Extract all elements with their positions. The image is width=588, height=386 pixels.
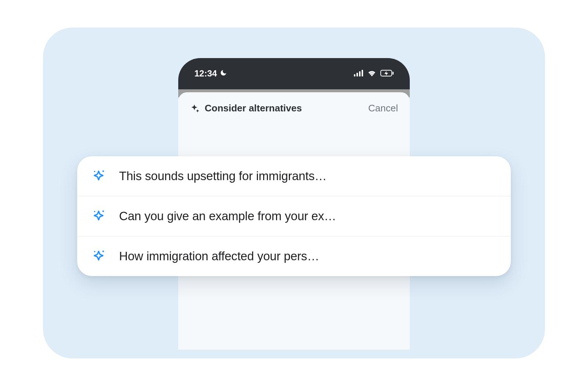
svg-rect-2 — [359, 71, 361, 76]
sparkle-icon — [92, 169, 107, 183]
svg-point-10 — [103, 251, 104, 252]
suggestions-popover: This sounds upsetting for immigrants… Ca… — [77, 156, 511, 276]
canvas-frame: 12:34 — [43, 28, 545, 358]
svg-point-11 — [94, 251, 96, 253]
phone-statusbar-bg: 12:34 — [178, 58, 410, 89]
status-left: 12:34 — [194, 68, 227, 79]
suggestion-item[interactable]: Can you give an example from your ex… — [77, 196, 511, 236]
svg-rect-5 — [392, 72, 394, 75]
suggestion-item[interactable]: How immigration affected your pers… — [77, 236, 511, 276]
suggestion-text: Can you give an example from your ex… — [119, 209, 496, 223]
cancel-button[interactable]: Cancel — [368, 103, 398, 114]
svg-rect-1 — [356, 73, 358, 76]
cellular-icon — [354, 68, 363, 79]
sheet-header: Consider alternatives Cancel — [190, 103, 398, 114]
sheet-title-group: Consider alternatives — [190, 103, 302, 114]
status-right — [354, 68, 394, 79]
svg-rect-3 — [362, 70, 363, 76]
status-bar: 12:34 — [178, 58, 410, 79]
wifi-icon — [367, 68, 377, 79]
suggestion-text: This sounds upsetting for immigrants… — [119, 169, 496, 183]
svg-point-7 — [94, 171, 96, 172]
sparkle-icon — [92, 209, 107, 224]
sparkle-icon — [190, 104, 200, 113]
svg-rect-0 — [354, 74, 355, 76]
svg-point-8 — [103, 211, 104, 212]
svg-point-9 — [94, 211, 96, 212]
status-time: 12:34 — [194, 68, 217, 79]
moon-icon — [220, 68, 227, 79]
suggestion-text: How immigration affected your pers… — [119, 249, 496, 263]
sparkle-icon — [92, 249, 107, 264]
sheet-title: Consider alternatives — [205, 103, 302, 114]
battery-charging-icon — [380, 68, 394, 79]
suggestion-item[interactable]: This sounds upsetting for immigrants… — [77, 156, 511, 196]
svg-point-6 — [103, 171, 104, 172]
